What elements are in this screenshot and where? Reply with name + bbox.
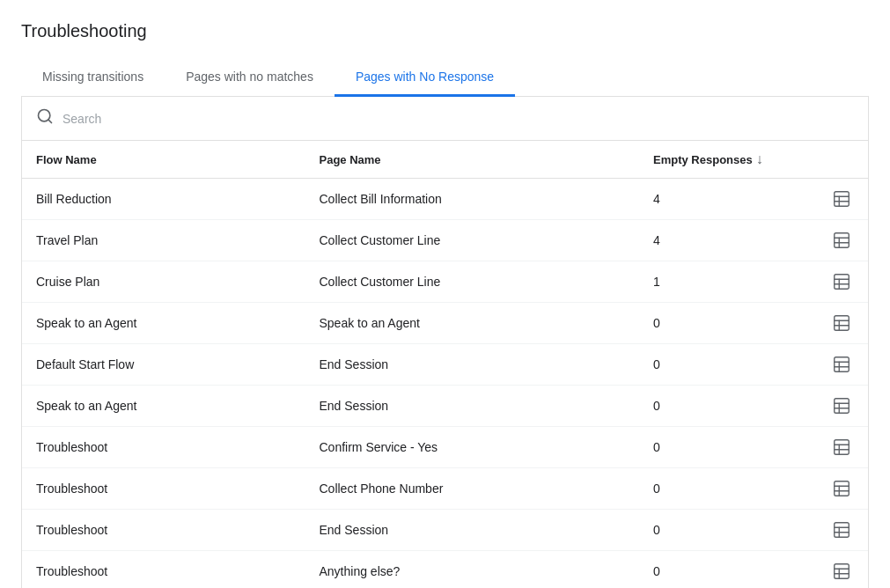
cell-page-name: End Session	[305, 344, 639, 386]
cell-flow-name: Troubleshoot	[22, 427, 305, 468]
cell-page-name: Confirm Service - Yes	[305, 427, 639, 468]
cell-empty-responses: 0	[639, 510, 815, 551]
cell-flow-name: Travel Plan	[22, 220, 305, 261]
cell-page-name: End Session	[305, 386, 639, 427]
svg-rect-30	[835, 481, 850, 496]
cell-empty-responses: 0	[639, 468, 815, 510]
detail-icon[interactable]	[829, 520, 854, 540]
col-header-actions	[815, 141, 868, 179]
cell-page-name: End Session	[305, 510, 639, 551]
cell-page-name: Collect Customer Line	[305, 261, 639, 303]
table-header-row: Flow Name Page Name Empty Responses ↓	[22, 141, 868, 179]
cell-empty-responses: 0	[639, 386, 815, 427]
cell-action-icon[interactable]	[815, 303, 868, 344]
cell-empty-responses: 1	[639, 261, 815, 303]
cell-empty-responses: 0	[639, 427, 815, 468]
cell-empty-responses: 0	[639, 551, 815, 589]
data-table: Flow Name Page Name Empty Responses ↓ Bi…	[22, 141, 868, 588]
detail-icon[interactable]	[829, 396, 854, 415]
table-row: Cruise PlanCollect Customer Line1	[22, 261, 868, 303]
detail-icon[interactable]	[829, 272, 854, 291]
table-row: Travel PlanCollect Customer Line4	[22, 220, 868, 261]
table-row: TroubleshootEnd Session0	[22, 510, 868, 551]
svg-rect-26	[835, 440, 850, 455]
cell-page-name: Collect Customer Line	[305, 220, 639, 261]
cell-action-icon[interactable]	[815, 220, 868, 261]
svg-rect-18	[835, 357, 850, 372]
detail-icon[interactable]	[829, 562, 854, 581]
cell-action-icon[interactable]	[815, 468, 868, 510]
cell-flow-name: Default Start Flow	[22, 344, 305, 386]
cell-empty-responses: 4	[639, 220, 815, 261]
detail-icon[interactable]	[829, 231, 854, 250]
cell-flow-name: Speak to an Agent	[22, 386, 305, 427]
svg-rect-10	[835, 275, 850, 290]
table-row: Speak to an AgentSpeak to an Agent0	[22, 303, 868, 344]
cell-page-name: Speak to an Agent	[305, 303, 639, 344]
cell-action-icon[interactable]	[815, 179, 868, 220]
svg-rect-2	[835, 192, 850, 207]
cell-action-icon[interactable]	[815, 386, 868, 427]
tab-pages-no-response[interactable]: Pages with No Response	[335, 59, 515, 97]
cell-flow-name: Troubleshoot	[22, 551, 305, 589]
tab-pages-no-matches[interactable]: Pages with no matches	[165, 59, 335, 97]
detail-icon[interactable]	[829, 189, 854, 209]
cell-action-icon[interactable]	[815, 344, 868, 386]
col-header-page-name: Page Name	[305, 141, 639, 179]
detail-icon[interactable]	[829, 479, 854, 498]
cell-flow-name: Speak to an Agent	[22, 303, 305, 344]
cell-action-icon[interactable]	[815, 261, 868, 303]
table-row: TroubleshootAnything else?0	[22, 551, 868, 589]
svg-rect-38	[835, 564, 850, 579]
cell-flow-name: Troubleshoot	[22, 468, 305, 510]
search-bar	[22, 97, 868, 141]
cell-action-icon[interactable]	[815, 510, 868, 551]
search-input[interactable]	[63, 112, 854, 126]
cell-flow-name: Cruise Plan	[22, 261, 305, 303]
cell-flow-name: Bill Reduction	[22, 179, 305, 220]
svg-rect-22	[835, 399, 850, 414]
svg-rect-34	[835, 523, 850, 538]
table-row: TroubleshootCollect Phone Number0	[22, 468, 868, 510]
table-row: Bill ReductionCollect Bill Information4	[22, 179, 868, 220]
col-header-flow-name: Flow Name	[22, 141, 305, 179]
cell-page-name: Collect Bill Information	[305, 179, 639, 220]
cell-empty-responses: 0	[639, 344, 815, 386]
cell-page-name: Collect Phone Number	[305, 468, 639, 510]
cell-action-icon[interactable]	[815, 427, 868, 468]
table-row: Speak to an AgentEnd Session0	[22, 386, 868, 427]
search-icon	[36, 107, 54, 129]
table-row: Default Start FlowEnd Session0	[22, 344, 868, 386]
svg-rect-6	[835, 233, 850, 248]
svg-rect-14	[835, 316, 850, 331]
detail-icon[interactable]	[829, 355, 854, 374]
detail-icon[interactable]	[829, 437, 854, 457]
table-row: TroubleshootConfirm Service - Yes0	[22, 427, 868, 468]
col-header-empty-responses: Empty Responses ↓	[639, 141, 815, 179]
cell-empty-responses: 4	[639, 179, 815, 220]
cell-flow-name: Troubleshoot	[22, 510, 305, 551]
detail-icon[interactable]	[829, 313, 854, 333]
tabs-container: Missing transitions Pages with no matche…	[21, 59, 869, 97]
sort-icon[interactable]: ↓	[756, 151, 763, 167]
cell-empty-responses: 0	[639, 303, 815, 344]
cell-page-name: Anything else?	[305, 551, 639, 589]
tab-missing-transitions[interactable]: Missing transitions	[21, 59, 165, 97]
svg-line-1	[48, 120, 52, 123]
cell-action-icon[interactable]	[815, 551, 868, 589]
page-title: Troubleshooting	[21, 21, 869, 41]
content-area: Flow Name Page Name Empty Responses ↓ Bi…	[21, 97, 869, 588]
